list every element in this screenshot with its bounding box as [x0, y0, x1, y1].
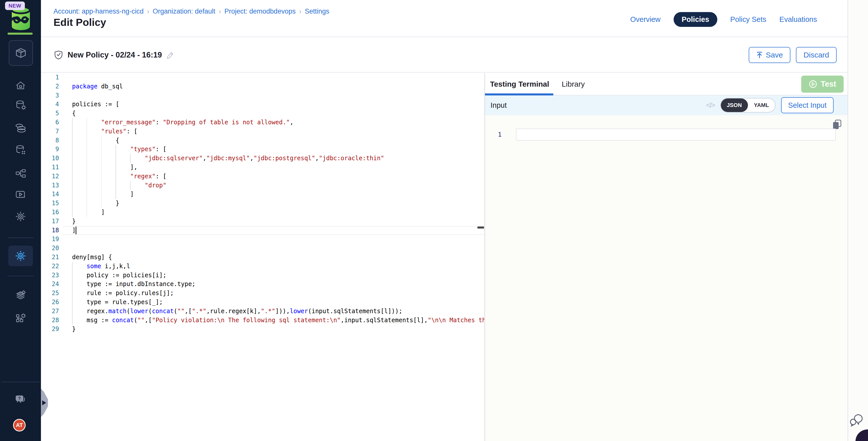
code-line-8[interactable]: 8 { — [41, 136, 485, 145]
indent-guide — [72, 172, 72, 181]
code-line-19[interactable]: 19 — [41, 235, 485, 244]
code-line-16[interactable]: 16 ] — [41, 208, 485, 217]
support-chat-icon[interactable] — [849, 412, 864, 428]
code-line-15[interactable]: 15 } — [41, 199, 485, 208]
breadcrumb-link[interactable]: Project: demodbdevops — [224, 7, 296, 15]
code-line-10[interactable]: 10 "jdbc:sqlserver","jdbc:mysql","jdbc:p… — [41, 154, 485, 163]
code-line-7[interactable]: 7 "rules": [ — [41, 127, 485, 136]
test-button[interactable]: Test — [801, 75, 844, 93]
sidebar-item-project-settings-active[interactable] — [8, 246, 33, 266]
sidebar-item-project-setup[interactable] — [0, 289, 41, 302]
sidebar-item-org-structure[interactable] — [0, 312, 41, 324]
line-content: } — [63, 199, 485, 208]
edit-pencil-icon[interactable] — [166, 51, 175, 59]
sidebar-item-settings[interactable] — [0, 211, 41, 222]
line-number: 18 — [41, 226, 63, 235]
code-line-6[interactable]: 6 "error_message": "Dropping of table is… — [41, 118, 485, 127]
line-content: rule := policy.rules[j]; — [63, 289, 485, 298]
code-line-20[interactable]: 20 — [41, 244, 485, 253]
breadcrumb-separator: › — [299, 8, 301, 15]
input-text-field[interactable] — [516, 129, 836, 140]
sidebar-item-home[interactable] — [0, 80, 41, 91]
nav-tab-overview[interactable]: Overview — [630, 15, 660, 24]
line-number: 21 — [41, 253, 63, 262]
nav-tabs: OverviewPoliciesPolicy SetsEvaluations — [630, 12, 817, 27]
code-line-26[interactable]: 26 type = rule.types[_]; — [41, 298, 485, 307]
line-number: 9 — [41, 145, 63, 154]
aida-widget[interactable] — [856, 430, 868, 441]
code-line-3[interactable]: 3 — [41, 91, 485, 100]
play-box-icon — [14, 189, 27, 200]
code-line-1[interactable]: 1 — [41, 73, 485, 82]
sidebar-divider — [7, 238, 34, 238]
code-line-18[interactable]: 18] — [41, 226, 485, 235]
code-line-25[interactable]: 25 rule := policy.rules[j]; — [41, 289, 485, 298]
sidebar-item-db-registry[interactable] — [0, 144, 41, 156]
code-line-27[interactable]: 27 regex.match(lower(concat("",[".*",rul… — [41, 307, 485, 316]
nav-tab-evaluations[interactable]: Evaluations — [779, 15, 817, 24]
sidebar-module-selector[interactable] — [9, 40, 33, 66]
policy-code-editor[interactable]: 12package db_sql34policies := [5{6 "erro… — [41, 73, 485, 441]
code-line-22[interactable]: 22 some i,j,k,l — [41, 262, 485, 271]
indent-guide — [130, 154, 131, 163]
breadcrumb-link[interactable]: Organization: default — [153, 7, 215, 15]
input-editor[interactable]: 1 — [485, 115, 848, 441]
panel-tab-testing-terminal[interactable]: Testing Terminal — [490, 80, 549, 88]
breadcrumb-link[interactable]: Account: app-harness-ng-cicd — [54, 7, 144, 15]
avatar[interactable]: AT — [13, 419, 26, 432]
code-format-icon[interactable]: </> — [706, 101, 715, 109]
code-line-28[interactable]: 28 msg := concat("",["Policy violation:\… — [41, 316, 485, 325]
code-line-14[interactable]: 14 ] — [41, 190, 485, 199]
code-line-21[interactable]: 21deny[msg] { — [41, 253, 485, 262]
discard-button[interactable]: Discard — [796, 47, 837, 63]
breadcrumb-separator: › — [147, 8, 149, 15]
toggle-json[interactable]: JSON — [721, 98, 748, 112]
layers-gear-icon — [14, 289, 27, 302]
sidebar-item-executions[interactable] — [0, 189, 41, 200]
upload-icon — [756, 52, 763, 59]
code-line-29[interactable]: 29} — [41, 325, 485, 334]
play-circle-icon — [809, 80, 817, 88]
code-line-13[interactable]: 13 "drop" — [41, 181, 485, 190]
indent-guide — [130, 181, 131, 190]
line-content: some i,j,k,l — [63, 262, 485, 271]
indent-guide — [72, 307, 72, 316]
code-line-23[interactable]: 23 policy := policies[i]; — [41, 271, 485, 280]
text-cursor — [75, 226, 76, 234]
code-line-11[interactable]: 11 ], — [41, 163, 485, 172]
line-number: 20 — [41, 244, 63, 253]
code-line-9[interactable]: 9 "types": [ — [41, 145, 485, 154]
select-input-button[interactable]: Select Input — [781, 97, 834, 113]
line-number: 2 — [41, 82, 63, 91]
toggle-yaml[interactable]: YAML — [748, 98, 775, 112]
input-bar: Input </> JSONYAML Select Input — [485, 95, 848, 115]
logo-underline — [7, 33, 33, 35]
indent-guide — [101, 190, 102, 199]
line-number: 14 — [41, 190, 63, 199]
sidebar-item-pipelines[interactable] — [0, 168, 41, 179]
line-content: "rules": [ — [63, 127, 485, 136]
line-content: { — [63, 109, 485, 118]
code-line-12[interactable]: 12 "regex": [ — [41, 172, 485, 181]
sidebar-item-help[interactable]: ? — [0, 393, 41, 405]
sidebar-item-db-instances[interactable] — [0, 99, 41, 111]
line-content: policy := policies[i]; — [63, 271, 485, 280]
breadcrumb-link[interactable]: Settings — [305, 7, 330, 15]
line-number: 5 — [41, 109, 63, 118]
sidebar-item-db-schemas[interactable] — [0, 122, 41, 134]
panel-tab-library[interactable]: Library — [562, 80, 585, 88]
nav-tab-policy-sets[interactable]: Policy Sets — [731, 15, 766, 24]
indent-guide — [72, 271, 72, 280]
code-line-4[interactable]: 4policies := [ — [41, 100, 485, 109]
nav-tab-policies[interactable]: Policies — [674, 12, 717, 27]
line-content — [63, 91, 485, 100]
line-number: 13 — [41, 181, 63, 190]
code-line-17[interactable]: 17} — [41, 217, 485, 226]
code-line-5[interactable]: 5{ — [41, 109, 485, 118]
indent-guide — [116, 145, 116, 154]
indent-guide — [72, 145, 72, 154]
code-line-2[interactable]: 2package db_sql — [41, 82, 485, 91]
discard-label: Discard — [803, 51, 829, 59]
save-button[interactable]: Save — [749, 47, 790, 63]
code-line-24[interactable]: 24 type := input.dbInstance.type; — [41, 280, 485, 289]
